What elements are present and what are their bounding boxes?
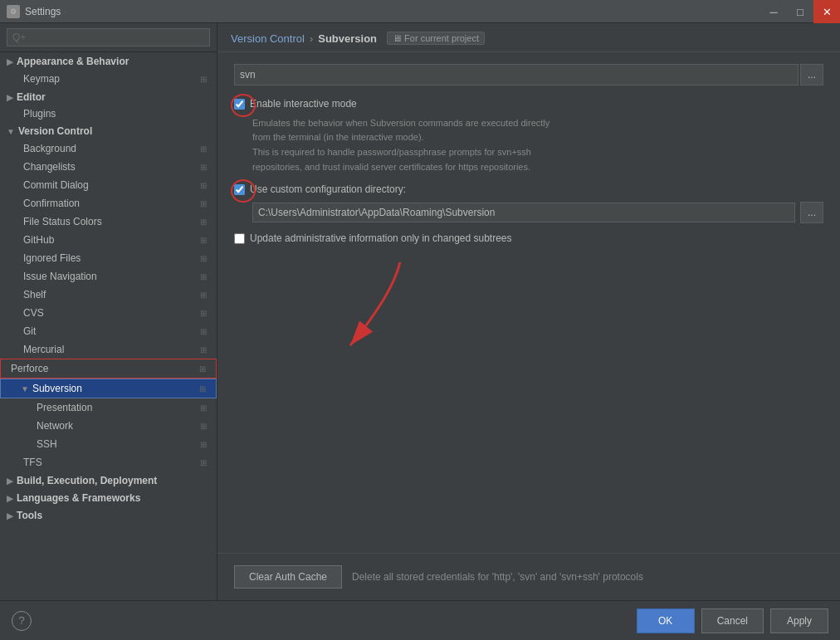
use-custom-config-checkbox[interactable]: [234, 184, 245, 195]
svn-browse-button[interactable]: ...: [800, 64, 823, 85]
enable-interactive-checkbox[interactable]: [234, 99, 245, 110]
settings-icon: ⊞: [197, 142, 210, 155]
app-icon: ⚙: [7, 5, 20, 18]
breadcrumb-parent[interactable]: Version Control: [231, 32, 305, 45]
close-button[interactable]: ✕: [813, 0, 840, 23]
sidebar-item-tools[interactable]: ▶ Tools: [0, 506, 217, 524]
sidebar-item-label: Perforce: [11, 363, 48, 374]
clear-auth-cache-button[interactable]: Clear Auth Cache: [234, 565, 342, 589]
arrow-annotation: [284, 254, 450, 362]
ok-button[interactable]: OK: [637, 608, 695, 633]
settings-icon: ⊞: [197, 419, 210, 432]
help-button[interactable]: ?: [12, 611, 32, 631]
sidebar-item-changelists[interactable]: Changelists ⊞: [0, 158, 217, 176]
settings-content: ... Enable interactive mode Emulates the…: [217, 52, 840, 553]
sidebar-item-label: CVS: [23, 307, 44, 319]
sidebar-item-label: Editor: [17, 91, 46, 103]
enable-interactive-row: Enable interactive mode: [234, 97, 823, 111]
sidebar-item-presentation[interactable]: Presentation ⊞: [0, 398, 217, 417]
settings-icon: ⊞: [197, 72, 210, 85]
sidebar-item-build[interactable]: ▶ Build, Execution, Deployment: [0, 471, 217, 489]
sidebar-item-ssh[interactable]: SSH ⊞: [0, 435, 217, 453]
search-input[interactable]: [7, 28, 210, 46]
cancel-button[interactable]: Cancel: [701, 608, 764, 633]
content-panel: Version Control › Subversion 🖥 For curre…: [217, 23, 840, 600]
custom-config-row: Use custom configuration directory:: [234, 183, 823, 197]
sidebar-item-label: TFS: [23, 457, 42, 468]
minimize-button[interactable]: ─: [760, 0, 787, 23]
search-box: [0, 23, 217, 52]
sidebar-item-label: Subversion: [32, 383, 82, 394]
sidebar-item-shelf[interactable]: Shelf ⊞: [0, 286, 217, 304]
sidebar-item-commit-dialog[interactable]: Commit Dialog ⊞: [0, 176, 217, 194]
sidebar-item-label: Confirmation: [23, 198, 80, 209]
sidebar-item-tfs[interactable]: TFS ⊞: [0, 453, 217, 471]
sidebar-item-issue-navigation[interactable]: Issue Navigation ⊞: [0, 267, 217, 286]
bottom-bar: ? OK Cancel Apply: [0, 600, 840, 640]
enable-interactive-label[interactable]: Enable interactive mode: [250, 97, 357, 111]
sidebar-item-background[interactable]: Background ⊞: [0, 139, 217, 158]
settings-icon: ⊞: [197, 288, 210, 301]
sidebar-item-keymap[interactable]: Keymap ⊞: [0, 70, 217, 88]
sidebar-item-github[interactable]: GitHub ⊞: [0, 231, 217, 249]
svn-path-input[interactable]: [234, 64, 798, 85]
sidebar-item-confirmation[interactable]: Confirmation ⊞: [0, 194, 217, 213]
config-dir-row: ...: [252, 202, 823, 223]
sidebar-item-label: Commit Dialog: [23, 179, 89, 191]
sidebar-item-version-control[interactable]: ▼ Version Control: [0, 122, 217, 139]
update-admin-row: Update administrative information only i…: [234, 232, 823, 246]
sidebar-item-editor[interactable]: ▶ Editor: [0, 88, 217, 105]
sidebar-item-label: Keymap: [23, 73, 60, 85]
breadcrumb: Version Control › Subversion 🖥 For curre…: [217, 23, 840, 52]
sidebar-item-ignored-files[interactable]: Ignored Files ⊞: [0, 249, 217, 267]
window-title: Settings: [25, 6, 61, 17]
sidebar-item-perforce[interactable]: Perforce ⊞: [0, 359, 217, 379]
settings-icon: ⊞: [197, 437, 210, 451]
sidebar-item-label: Network: [37, 420, 73, 432]
settings-icon: ⊞: [197, 456, 210, 469]
sidebar-item-label: Presentation: [37, 402, 92, 413]
expand-arrow: ▼: [21, 384, 29, 393]
expand-arrow: ▶: [7, 57, 13, 66]
sidebar-item-label: Background: [23, 143, 76, 154]
settings-icon: ⊞: [196, 362, 209, 375]
config-dir-browse-button[interactable]: ...: [800, 202, 823, 223]
settings-icon: ⊞: [197, 197, 210, 210]
sidebar-item-cvs[interactable]: CVS ⊞: [0, 304, 217, 322]
sidebar-item-network[interactable]: Network ⊞: [0, 417, 217, 435]
sidebar-item-label: File Status Colors: [23, 216, 102, 227]
sidebar-item-appearance[interactable]: ▶ Appearance & Behavior: [0, 52, 217, 70]
update-admin-checkbox[interactable]: [234, 233, 245, 244]
sidebar-item-file-status-colors[interactable]: File Status Colors ⊞: [0, 213, 217, 231]
settings-icon: ⊞: [197, 343, 210, 356]
settings-icon: ⊞: [197, 325, 210, 338]
settings-icon: ⊞: [197, 252, 210, 265]
sidebar-item-label: Changelists: [23, 161, 76, 173]
settings-icon: ⊞: [196, 382, 209, 395]
breadcrumb-current: Subversion: [318, 32, 377, 45]
sidebar-item-plugins[interactable]: Plugins: [0, 105, 217, 122]
sidebar-item-mercurial[interactable]: Mercurial ⊞: [0, 340, 217, 359]
title-bar: ⚙ Settings ─ □ ✕: [0, 0, 840, 23]
svn-path-row: ...: [234, 64, 823, 85]
sidebar-item-subversion[interactable]: ▼ Subversion ⊞: [0, 379, 217, 398]
sidebar-item-label: Appearance & Behavior: [17, 56, 129, 67]
sidebar-item-label: SSH: [37, 438, 57, 450]
description-text: Emulates the behavior when Subversion co…: [252, 116, 823, 174]
settings-icon: ⊞: [197, 401, 210, 414]
sidebar-item-languages[interactable]: ▶ Languages & Frameworks: [0, 489, 217, 506]
apply-button[interactable]: Apply: [770, 608, 828, 633]
expand-arrow: ▶: [7, 476, 13, 486]
expand-arrow: ▼: [7, 127, 15, 136]
title-bar-controls: ─ □ ✕: [760, 0, 840, 23]
update-admin-label[interactable]: Update administrative information only i…: [250, 232, 512, 246]
config-dir-input[interactable]: [252, 203, 795, 222]
sidebar-item-label: Version Control: [18, 125, 92, 137]
settings-icon: ⊞: [197, 160, 210, 173]
sidebar-item-git[interactable]: Git ⊞: [0, 322, 217, 340]
sidebar-item-label: Shelf: [23, 289, 46, 300]
maximize-button[interactable]: □: [787, 0, 813, 23]
main-container: ▶ Appearance & Behavior Keymap ⊞ ▶ Edito…: [0, 23, 840, 600]
use-custom-config-label[interactable]: Use custom configuration directory:: [250, 183, 406, 197]
sidebar-item-label: Ignored Files: [23, 252, 81, 264]
